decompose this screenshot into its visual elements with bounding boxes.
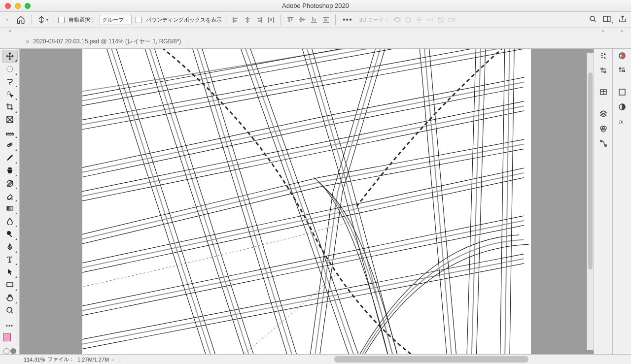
rectangle-tool[interactable] <box>2 278 18 291</box>
color-panel-icon[interactable] <box>615 50 629 62</box>
vertical-scrollbar[interactable] <box>587 53 594 350</box>
document-tab[interactable]: × 2020-08-07 20.03.15.psd @ 114% (レイヤー 1… <box>20 35 187 48</box>
map-artwork <box>82 49 531 354</box>
color-swatches[interactable] <box>3 333 17 346</box>
adjustments-panel-icon[interactable] <box>596 65 610 76</box>
align-bottom-button[interactable] <box>309 14 319 25</box>
search-button[interactable] <box>589 15 597 25</box>
properties-panel-icon[interactable] <box>596 50 610 62</box>
standard-mode-button[interactable] <box>3 348 9 354</box>
svg-rect-10 <box>273 17 274 23</box>
blur-tool[interactable] <box>2 215 18 228</box>
align-hcenter-button[interactable] <box>242 14 253 25</box>
show-bbox-checkbox[interactable] <box>136 17 142 23</box>
scrollbar-thumb[interactable] <box>588 72 593 269</box>
3d-slide-icon <box>426 16 434 24</box>
home-button[interactable] <box>14 14 28 26</box>
foreground-color-swatch[interactable] <box>3 333 11 341</box>
show-bbox-label: バウンディングボックスを表示 <box>146 16 222 24</box>
horizontal-scrollbar[interactable] <box>119 355 631 364</box>
svg-rect-1 <box>234 18 238 19</box>
scrollbar-thumb[interactable] <box>334 356 528 363</box>
workspace-switcher-button[interactable]: ▾ <box>602 15 613 25</box>
svg-rect-11 <box>270 18 272 21</box>
svg-rect-48 <box>600 140 602 142</box>
auto-select-checkbox[interactable] <box>58 17 65 23</box>
svg-point-41 <box>7 307 12 312</box>
path-selection-tool[interactable] <box>2 265 18 278</box>
paths-panel-icon[interactable] <box>596 137 610 149</box>
panel-dock-2: fx <box>612 49 631 354</box>
eraser-tool[interactable] <box>2 190 18 202</box>
eyedropper-tool[interactable] <box>2 126 18 139</box>
crop-tool[interactable] <box>2 100 18 113</box>
svg-rect-15 <box>299 19 305 20</box>
marquee-tool[interactable] <box>2 63 18 75</box>
lasso-tool[interactable] <box>2 75 18 88</box>
move-tool[interactable] <box>2 50 18 63</box>
share-button[interactable] <box>618 15 627 25</box>
toolbox-collapse-icon[interactable]: » <box>0 28 20 35</box>
svg-rect-54 <box>619 70 621 72</box>
channels-panel-icon[interactable] <box>596 123 610 134</box>
svg-rect-6 <box>261 17 262 23</box>
svg-rect-52 <box>622 67 624 69</box>
edit-toolbar-button[interactable]: ••• <box>2 320 18 332</box>
svg-point-42 <box>601 68 603 70</box>
brush-tool[interactable] <box>2 151 18 164</box>
canvas-viewport[interactable] <box>20 49 594 354</box>
history-brush-tool[interactable] <box>2 177 18 190</box>
svg-rect-7 <box>257 18 261 19</box>
pen-tool[interactable] <box>2 240 18 253</box>
dropdown-value: グループ <box>102 16 124 24</box>
tool-preset-button[interactable]: ▾ <box>36 14 50 26</box>
file-info[interactable]: ファイル： 1.27M/1.27M › <box>42 355 119 364</box>
divider <box>335 14 336 25</box>
align-horizontal-group <box>230 14 277 25</box>
auto-select-target-dropdown[interactable]: グループ ⌄ <box>100 15 132 25</box>
zoom-tool[interactable] <box>2 304 18 317</box>
panel2-collapse-icon[interactable]: « <box>612 28 631 35</box>
svg-rect-18 <box>311 22 317 23</box>
clone-stamp-tool[interactable] <box>2 164 18 177</box>
gradients-panel-icon[interactable] <box>615 86 629 98</box>
more-options-button[interactable]: ••• <box>340 15 355 24</box>
svg-point-37 <box>7 231 11 235</box>
options-collapse-icon[interactable]: » <box>4 17 10 22</box>
align-right-button[interactable] <box>254 14 265 25</box>
align-top-button[interactable] <box>285 14 296 25</box>
frame-tool[interactable] <box>2 113 18 126</box>
gradient-tool[interactable] <box>2 202 18 215</box>
tab-close-button[interactable]: × <box>26 38 29 45</box>
toolbox: ••• <box>0 49 20 354</box>
distribute-v-button[interactable] <box>320 14 331 25</box>
spot-healing-tool[interactable] <box>2 138 18 151</box>
tab-title: 2020-08-07 20.03.15.psd @ 114% (レイヤー 1, … <box>33 37 181 46</box>
dodge-tool[interactable] <box>2 228 18 240</box>
libraries-panel-icon[interactable] <box>596 86 610 98</box>
panel1-collapse-icon[interactable]: « <box>594 28 612 35</box>
patterns-panel-icon[interactable] <box>615 101 629 113</box>
align-left-button[interactable] <box>230 14 241 25</box>
quick-selection-tool[interactable] <box>2 88 18 100</box>
svg-rect-57 <box>619 89 625 95</box>
distribute-h-button[interactable] <box>266 14 277 25</box>
align-vertical-group <box>285 14 331 25</box>
divider <box>54 14 54 25</box>
hand-tool[interactable] <box>2 291 18 304</box>
file-info-arrow-icon[interactable]: › <box>112 357 114 363</box>
svg-rect-0 <box>233 17 234 23</box>
layers-panel-icon[interactable] <box>596 108 610 120</box>
svg-rect-40 <box>7 283 13 287</box>
svg-rect-34 <box>6 133 13 135</box>
align-vcenter-button[interactable] <box>297 14 308 25</box>
type-tool[interactable] <box>2 253 18 266</box>
svg-rect-53 <box>624 67 625 69</box>
styles-panel-icon[interactable]: fx <box>615 116 629 128</box>
svg-point-39 <box>9 247 10 248</box>
swatches-panel-icon[interactable] <box>615 65 629 76</box>
zoom-level[interactable]: 114.31% <box>0 355 42 364</box>
quickmask-mode-button[interactable] <box>10 348 16 354</box>
document-canvas[interactable] <box>82 49 531 354</box>
3d-pan-icon <box>415 16 423 24</box>
